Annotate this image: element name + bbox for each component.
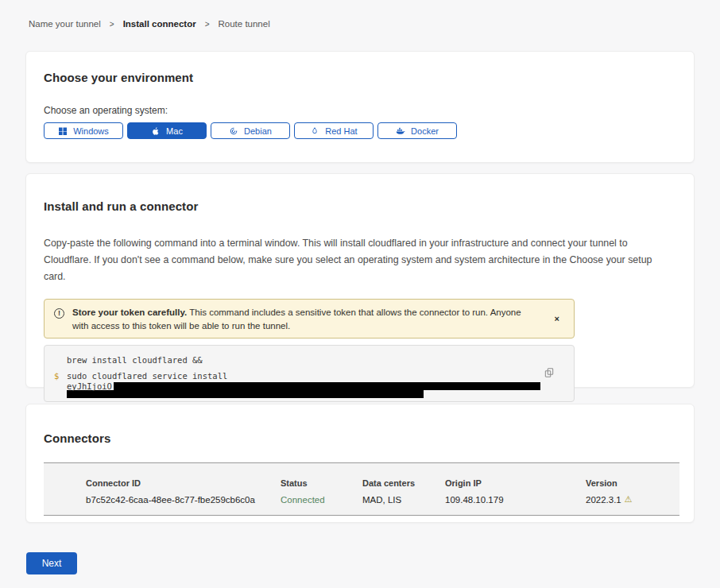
next-button[interactable]: Next (26, 552, 77, 574)
token-warning-banner: ! Store your token carefully. This comma… (44, 299, 575, 338)
breadcrumb-step-install-connector[interactable]: Install connector (123, 19, 196, 29)
breadcrumb: Name your tunnel > Install connector > R… (29, 0, 720, 29)
breadcrumb-separator: > (110, 20, 114, 29)
apple-icon (151, 126, 161, 136)
token-redaction-bar (67, 390, 424, 398)
windows-icon (58, 126, 68, 136)
connectors-table-header: Connector ID Status Data centers Origin … (86, 478, 679, 488)
os-button-docker[interactable]: Docker (377, 122, 457, 139)
breadcrumb-step-name-tunnel[interactable]: Name your tunnel (29, 19, 101, 29)
os-button-label: Docker (411, 126, 439, 136)
os-button-label: Debian (244, 126, 272, 136)
os-button-label: Mac (166, 126, 183, 136)
data-centers-value: MAD, LIS (362, 495, 445, 505)
token-warning-bold: Store your token carefully. (72, 308, 187, 317)
install-command-code-block: brew install cloudflared && $ sudo cloud… (44, 345, 575, 402)
code-line-sudo: $ sudo cloudflared service install (67, 371, 574, 381)
table-row: b7c52c42-6caa-48ee-8c77-fbe259cb6c0a Con… (86, 494, 679, 505)
os-select-label: Choose an operating system: (44, 105, 676, 116)
os-button-debian[interactable]: Debian (211, 122, 290, 139)
connectors-card-title: Connectors (44, 431, 676, 445)
code-line-sudo-text: sudo cloudflared service install (67, 371, 227, 381)
banner-close-icon[interactable]: × (550, 314, 564, 323)
version-number: 2022.3.1 (586, 495, 621, 505)
install-connector-card: Install and run a connector Copy-paste t… (25, 173, 695, 388)
connectors-table: Connector ID Status Data centers Origin … (44, 462, 679, 516)
shell-prompt: $ (54, 371, 59, 381)
origin-ip-value: 109.48.10.179 (445, 495, 586, 505)
code-line-brew: brew install cloudflared && (67, 355, 574, 365)
token-warning-text: Store your token carefully. This command… (72, 306, 537, 332)
os-button-windows[interactable]: Windows (44, 122, 123, 139)
environment-card-title: Choose your environment (44, 71, 676, 84)
connectors-card: Connectors Connector ID Status Data cent… (25, 404, 695, 523)
status-badge: Connected (281, 495, 362, 505)
os-button-label: Red Hat (325, 126, 357, 136)
token-line: eyJhIjoiO (67, 381, 574, 390)
col-header-version: Version (586, 478, 679, 488)
os-button-redhat[interactable]: Red Hat (294, 122, 374, 139)
connector-id-value: b7c52c42-6caa-48ee-8c77-fbe259cb6c0a (86, 495, 281, 505)
debian-icon (229, 126, 238, 136)
copy-icon[interactable] (544, 366, 556, 379)
warning-triangle-icon: ⚠ (625, 494, 633, 505)
install-card-title: Install and run a connector (44, 199, 676, 213)
token-redaction-bar (114, 382, 540, 390)
col-header-data-centers: Data centers (362, 478, 445, 488)
token-prefix: eyJhIjoiO (67, 381, 112, 391)
alert-circle-icon: ! (54, 308, 64, 319)
choose-environment-card: Choose your environment Choose an operat… (25, 51, 695, 163)
os-button-mac[interactable]: Mac (127, 122, 207, 139)
install-description: Copy-paste the following command into a … (44, 235, 675, 285)
version-value: 2022.3.1 ⚠ (586, 494, 679, 505)
breadcrumb-step-route-tunnel[interactable]: Route tunnel (219, 19, 270, 29)
col-header-connector-id: Connector ID (86, 478, 281, 488)
breadcrumb-separator: > (205, 20, 210, 29)
redhat-icon (310, 126, 319, 136)
os-button-label: Windows (73, 126, 109, 136)
col-header-status: Status (281, 478, 362, 488)
docker-icon (396, 126, 405, 136)
os-button-group: Windows Mac Debian (44, 122, 676, 139)
col-header-origin-ip: Origin IP (445, 478, 586, 488)
